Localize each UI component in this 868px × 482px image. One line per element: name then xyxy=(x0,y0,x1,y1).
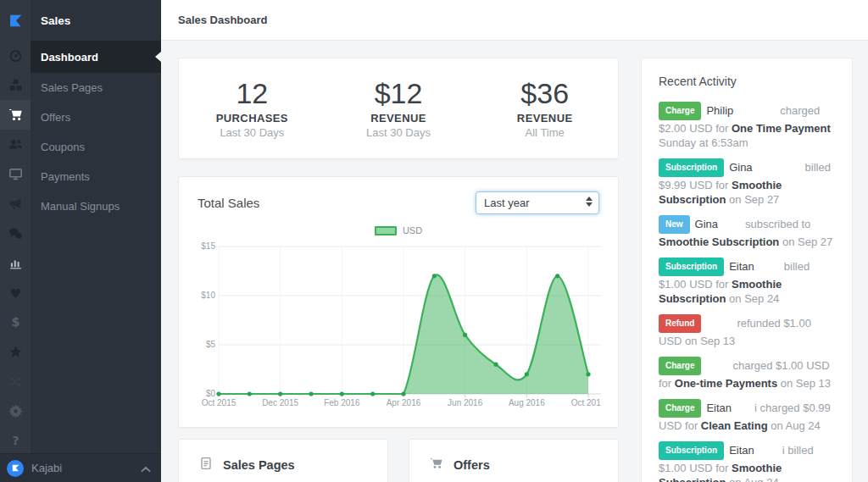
content: 12 PURCHASES Last 30 Days $12 REVENUE La… xyxy=(161,41,868,482)
total-sales-chart-card: Total Sales Last year USD Oct 2015Dec 20… xyxy=(178,176,619,428)
sidebar-item-label: Dashboard xyxy=(41,51,98,64)
sidebar-item-label: Coupons xyxy=(41,141,85,153)
svg-text:Oct 2015: Oct 2015 xyxy=(202,398,236,407)
badge-subscription: Subscription xyxy=(659,441,724,460)
analytics-bar-chart-icon[interactable] xyxy=(0,248,31,278)
badge-new: New xyxy=(659,215,690,234)
redacted-name-space xyxy=(706,326,737,327)
brand-name: Kajabi xyxy=(31,462,141,474)
shortcut-card-title: Offers xyxy=(453,458,490,472)
redacted-name-space xyxy=(718,227,745,228)
gear-icon[interactable] xyxy=(0,396,31,426)
redacted-name-space xyxy=(754,453,782,454)
activity-text: Sunday at 6:53am xyxy=(659,136,748,149)
kajabi-avatar-icon xyxy=(7,460,24,477)
customer-name: Eitan xyxy=(729,260,754,273)
recent-activity-title: Recent Activity xyxy=(659,75,835,88)
badge-refund: Refund xyxy=(659,314,701,333)
activity-item: Refundrefunded $1.00 USD on Sep 13 xyxy=(659,315,835,348)
active-item-caret-icon xyxy=(155,52,161,62)
heart-icon[interactable] xyxy=(0,278,31,307)
svg-text:$: $ xyxy=(11,315,19,329)
marketing-megaphone-icon[interactable] xyxy=(0,189,31,219)
customer-name: Eitan xyxy=(729,444,754,457)
stats-card: 12 PURCHASES Last 30 Days $12 REVENUE La… xyxy=(178,58,619,159)
activity-text: on Sep 27 xyxy=(779,235,832,248)
svg-text:$5: $5 xyxy=(206,340,216,349)
activity-item: SubscriptionEitani billed $1.00 USD for … xyxy=(659,442,835,482)
stat-purchases: 12 PURCHASES Last 30 Days xyxy=(179,78,326,139)
sidebar-item-sales-pages[interactable]: Sales Pages xyxy=(31,73,161,102)
svg-text:Dec 2015: Dec 2015 xyxy=(262,398,298,407)
dollar-icon[interactable]: $ xyxy=(0,307,31,337)
dashboard-gauge-icon[interactable] xyxy=(0,41,31,70)
help-question-icon[interactable]: ? xyxy=(0,426,31,456)
star-icon[interactable] xyxy=(0,337,31,367)
sidebar-item-label: Payments xyxy=(41,170,90,183)
kajabi-logo[interactable] xyxy=(0,0,31,41)
legend-label: USD xyxy=(403,225,422,235)
redacted-name-space xyxy=(753,170,805,171)
activity-item: NewGinasubscribed to Smoothie Subscripti… xyxy=(659,216,835,249)
activity-text: on Aug 24 xyxy=(726,476,778,482)
activity-text: on Sep 27 xyxy=(726,193,779,206)
sidebar-footer-account[interactable]: Kajabi xyxy=(0,453,161,482)
shortcut-card-sales-pages[interactable]: Sales PagesSales pages are displayed in … xyxy=(178,439,388,482)
shortcut-card-offers[interactable]: OffersOffers are collections of one or m… xyxy=(409,439,619,482)
badge-charge: Charge xyxy=(659,357,701,375)
product-name: Smoothie Subscription xyxy=(659,235,779,248)
recent-activity-card: Recent Activity ChargePhilipcharged $2.0… xyxy=(641,58,853,482)
product-name: Clean Eating xyxy=(701,419,768,432)
app-window: $? Sales DashboardSales PagesOffersCoupo… xyxy=(0,0,868,482)
sidebar-item-manual-signups[interactable]: Manual Signups xyxy=(31,191,161,221)
chart-legend: USD xyxy=(198,225,599,235)
legend-swatch-usd xyxy=(375,226,397,235)
svg-text:$0: $0 xyxy=(206,389,216,398)
sidebar-item-coupons[interactable]: Coupons xyxy=(31,132,161,162)
product-name: One-time Payments xyxy=(675,377,777,390)
website-monitor-icon[interactable] xyxy=(0,159,31,189)
stat-revenue-30d: $12 REVENUE Last 30 Days xyxy=(326,78,472,139)
shuffle-icon[interactable] xyxy=(0,367,31,396)
svg-text:?: ? xyxy=(12,434,19,447)
activity-text: on Sep 13 xyxy=(777,377,831,390)
customer-name: Philip xyxy=(706,104,733,117)
people-users-icon[interactable] xyxy=(0,130,31,159)
sidebar-item-dashboard[interactable]: Dashboard xyxy=(31,41,161,73)
redacted-name-space xyxy=(706,368,732,369)
page-title: Sales Dashboard xyxy=(178,14,268,26)
product-name: One Time Payment xyxy=(732,122,831,135)
sidebar-item-label: Manual Signups xyxy=(41,200,120,213)
total-sales-area-chart: Oct 2015Dec 2015Feb 2016Apr 2016Jun 2016… xyxy=(198,237,601,411)
sidebar: $? Sales DashboardSales PagesOffersCoupo… xyxy=(0,0,161,482)
svg-text:Jun 2016: Jun 2016 xyxy=(448,398,483,407)
badge-charge: Charge xyxy=(659,102,701,120)
activity-item: Chargecharged $1.00 USD for One-time Pay… xyxy=(659,357,835,391)
stat-label: REVENUE xyxy=(471,112,618,125)
cart-icon xyxy=(430,457,443,474)
stat-sublabel: Last 30 Days xyxy=(326,126,472,139)
activity-text: on Aug 24 xyxy=(768,419,821,432)
badge-charge: Charge xyxy=(659,399,701,418)
activity-item: SubscriptionEitanbilled $1.00 USD for Sm… xyxy=(659,258,835,306)
svg-text:Aug 2016: Aug 2016 xyxy=(509,398,545,407)
topbar: Sales Dashboard xyxy=(161,0,868,41)
sales-cart-icon[interactable] xyxy=(0,100,31,130)
sidebar-item-label: Sales Pages xyxy=(41,81,103,94)
svg-text:Apr 2016: Apr 2016 xyxy=(387,398,421,407)
activity-text: subscribed to xyxy=(745,218,810,230)
products-cubes-icon[interactable] xyxy=(0,70,31,100)
icon-rail: $? xyxy=(0,0,31,453)
date-range-select[interactable]: Last year xyxy=(476,191,599,214)
redacted-name-space xyxy=(732,411,754,412)
stat-label: PURCHASES xyxy=(179,112,326,125)
customer-name: Gina xyxy=(695,218,718,230)
chevron-up-icon[interactable] xyxy=(141,461,151,476)
shortcut-card-title: Sales Pages xyxy=(223,458,295,472)
stat-label: REVENUE xyxy=(326,112,472,125)
sidebar-item-payments[interactable]: Payments xyxy=(31,162,161,191)
badge-subscription: Subscription xyxy=(659,258,724,276)
community-chat-icon[interactable] xyxy=(0,219,31,248)
customer-name: Gina xyxy=(729,161,752,174)
sidebar-item-offers[interactable]: Offers xyxy=(31,102,161,132)
